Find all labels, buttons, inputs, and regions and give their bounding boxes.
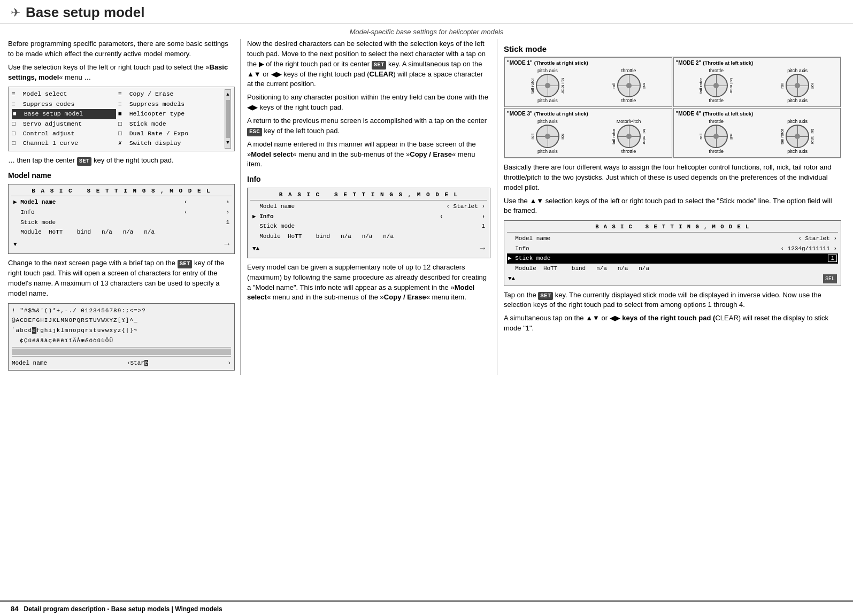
intro-para1: Before programming specific parameters, … — [8, 39, 235, 59]
joystick-top-r4: pitch axis — [787, 119, 808, 124]
set-key[interactable]: SET — [77, 157, 92, 166]
bs-row-stick-selected[interactable]: ▶ Stick mode 1 — [507, 253, 838, 264]
set-key-3[interactable]: SET — [372, 61, 387, 70]
right-joystick-4: pitch axis tail rotor tail rotor p — [780, 119, 815, 154]
joystick-bottom-r3: throttle — [621, 149, 636, 154]
esc-key[interactable]: ESC — [247, 128, 262, 136]
bs-row-info[interactable]: Info ‹ 1234g/111111 › — [507, 244, 838, 254]
joystick-bottom-label-r: throttle — [621, 98, 636, 103]
joystick-bottom-label: pitch axis — [537, 98, 558, 103]
page-footer: 84 Detail program description - Base set… — [0, 600, 853, 616]
mode-3-desc: (Throttle at right stick) — [534, 111, 588, 117]
joystick-r4 — [786, 125, 809, 148]
menu-item[interactable]: ≡ Suppress codes — [12, 99, 116, 109]
menu-item[interactable]: □ Channel 1 curve — [12, 138, 116, 148]
row-label: ▶ Model name — [13, 197, 56, 207]
mode-3-cell: "MODE 3" (Throttle at right stick) pitch… — [504, 108, 672, 158]
menu-item[interactable]: □ Control adjust — [12, 129, 116, 138]
return-para: A return to the previous menu screen is … — [247, 116, 490, 136]
menu-note: … then tap the center SET key of the rig… — [8, 156, 235, 166]
ib-row-model[interactable]: Model name ‹ Starlet › — [250, 202, 487, 212]
menu-item[interactable]: □ Dual Rate / Expo — [118, 129, 222, 138]
ib-row-module[interactable]: Module HoTT bind n/a n/a n/a — [250, 232, 487, 242]
ib-row-stick[interactable]: Stick mode 1 — [250, 221, 487, 232]
change-screen-para: Change to the next screen page with a br… — [8, 258, 235, 298]
right-label-r4: tail rotor — [810, 129, 815, 144]
settings-row-module[interactable]: Module HoTT bind n/a n/a n/a — [11, 227, 232, 237]
ib-label: Module HoTT bind n/a n/a n/a — [252, 232, 394, 242]
model-name-para: A model name entered in this manner will… — [247, 140, 490, 170]
ib-label: ▶ Info — [252, 212, 274, 222]
subtitle: Model-specific base settings for helicop… — [0, 24, 853, 39]
menu-item[interactable]: □ Stick mode — [118, 119, 222, 129]
h-line — [537, 86, 558, 86]
settings-row-stick[interactable]: Stick mode 1 — [11, 218, 232, 228]
menu-item[interactable]: ✗ Switch display — [118, 138, 222, 148]
settings-row-model-name[interactable]: ▶ Model name ‹ › — [11, 197, 232, 207]
scrollbar[interactable]: ▲ ▼ — [225, 89, 231, 148]
settings-row-info[interactable]: Info ‹ › — [11, 207, 232, 218]
mode-1-cell: "MODE 1" (Throttle at right stick) pitch… — [504, 57, 672, 107]
info-box-title: B A S I C S E T T I N G S , M O D E L — [250, 190, 487, 201]
right-side-label-r: roll — [642, 83, 647, 89]
bs-label: Module HoTT bind n/a n/a n/a — [508, 264, 649, 274]
bs-row-module[interactable]: Module HoTT bind n/a n/a n/a — [507, 264, 838, 274]
menu-box: ≡ Model select ≡ Suppress codes ■ Base s… — [8, 87, 235, 151]
menu-item[interactable]: □ Servo adjustment — [12, 119, 116, 129]
every-model-para: Every model can be given a supplementary… — [247, 263, 490, 303]
chevron-right-label: › — [227, 358, 231, 368]
left-label-4: roll — [698, 134, 703, 140]
h-line-3 — [537, 136, 558, 137]
nav-arrow-right: → — [480, 242, 485, 256]
menu-item[interactable]: ■ Helicopter type — [118, 109, 222, 119]
h-line-r — [618, 86, 640, 86]
positioning-para: Positioning to any character position wi… — [247, 93, 490, 113]
menu-item[interactable]: ≡ Suppress models — [118, 99, 222, 109]
char-row-1: ! "#$%&'()*+,-./ 0123456789:;<=>? — [12, 306, 231, 316]
menu-item[interactable]: ≡ Model select — [12, 89, 116, 99]
nav-arrows-bs: ▼▲ — [508, 274, 515, 284]
v-line-r4 — [797, 126, 798, 147]
tap-para: Tap on the SET key. The currently displa… — [504, 290, 841, 311]
char-divider — [12, 347, 231, 348]
scroll-down-icon[interactable]: ▼ — [226, 139, 229, 147]
settings-title-1: B A S I C S E T T I N G S , M O D E L — [11, 186, 232, 197]
v-line-3 — [548, 126, 548, 147]
ib-value: 1 — [481, 221, 485, 232]
joystick-4 — [704, 125, 728, 148]
right-joystick: throttle roll roll throttle — [611, 68, 647, 103]
mode-1-header: "MODE 1" (Throttle at right stick) — [507, 60, 670, 66]
mode-4-desc: (Throttle at left stick) — [703, 111, 753, 117]
right-label-3: roll — [560, 134, 565, 140]
bs-value: 1 — [825, 253, 837, 264]
left-joystick-4: throttle roll roll throttle — [698, 119, 734, 154]
right-label-r3: tail rotor — [642, 129, 647, 144]
menu-item[interactable]: ≡ Copy / Erase — [118, 89, 222, 99]
left-side-label: tail rotor — [530, 78, 535, 94]
mode-2-joysticks: throttle tail rotor tail rotor thr — [676, 68, 839, 103]
row-value: 1 — [226, 218, 229, 228]
right-joystick-2: pitch axis roll roll pitch axis — [780, 68, 815, 103]
set-key-4[interactable]: SET — [538, 292, 553, 301]
joystick-2 — [704, 74, 728, 97]
mode-4-header: "MODE 4" (Throttle at left stick) — [676, 111, 839, 117]
joystick-bottom-2: throttle — [709, 98, 724, 103]
ib-value: ‹ › — [440, 212, 485, 222]
bs-label: ▶ Stick mode — [508, 253, 550, 264]
mode-1-joysticks: pitch axis tail rotor tail rotor p — [507, 68, 670, 103]
row-label: Stick mode — [13, 218, 56, 228]
basically-para: Basically there are four different ways … — [504, 163, 841, 193]
bs-title: B A S I C S E T T I N G , M O D E L — [507, 222, 838, 233]
ib-row-info[interactable]: ▶ Info ‹ › — [250, 212, 487, 222]
bs-label: Info — [508, 244, 529, 254]
sel-badge: SEL — [823, 274, 837, 283]
set-key-2[interactable]: SET — [178, 260, 193, 268]
left-joystick-3: pitch axis roll roll pitch axis — [530, 119, 565, 154]
scroll-up-icon[interactable]: ▲ — [226, 91, 229, 98]
bs-row-model[interactable]: Model name ‹ Starlet › — [507, 234, 838, 244]
mode-2-desc: (Throttle at left stick) — [703, 60, 753, 66]
menu-item-selected[interactable]: ■ Base setup model — [12, 109, 116, 119]
arrow-down-icon: ▼ — [13, 240, 17, 250]
joystick-side-r3: tail rotor tail rotor — [611, 125, 647, 148]
mode-2-label: "MODE 2" — [676, 60, 702, 66]
